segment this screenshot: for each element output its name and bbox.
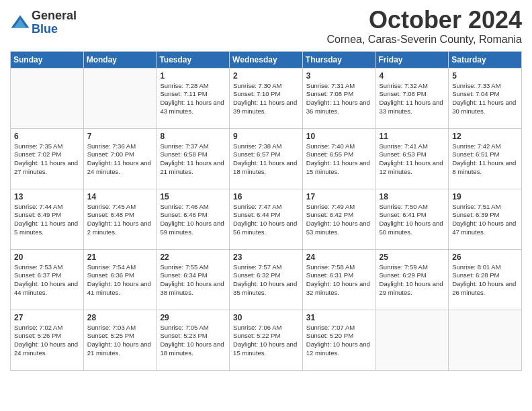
calendar-cell: 17Sunrise: 7:49 AMSunset: 6:42 PMDayligh… xyxy=(302,189,375,249)
calendar-cell xyxy=(449,310,522,370)
calendar-cell: 9Sunrise: 7:38 AMSunset: 6:57 PMDaylight… xyxy=(230,128,303,189)
header: General Blue October 2024 Cornea, Caras-… xyxy=(10,7,522,46)
weekday-wednesday: Wednesday xyxy=(230,51,303,68)
day-info: Sunrise: 7:02 AMSunset: 5:26 PMDaylight:… xyxy=(14,324,80,358)
calendar-cell: 4Sunrise: 7:32 AMSunset: 7:06 PMDaylight… xyxy=(375,68,449,128)
day-number: 20 xyxy=(14,253,80,262)
calendar-cell: 11Sunrise: 7:41 AMSunset: 6:53 PMDayligh… xyxy=(375,128,449,189)
calendar-week-1: 1Sunrise: 7:28 AMSunset: 7:11 PMDaylight… xyxy=(11,68,522,128)
calendar-cell: 21Sunrise: 7:54 AMSunset: 6:36 PMDayligh… xyxy=(83,249,157,310)
day-info: Sunrise: 7:57 AMSunset: 6:32 PMDaylight:… xyxy=(233,263,299,298)
calendar-cell: 12Sunrise: 7:42 AMSunset: 6:51 PMDayligh… xyxy=(449,128,522,189)
day-info: Sunrise: 7:30 AMSunset: 7:10 PMDaylight:… xyxy=(233,82,299,116)
day-info: Sunrise: 7:44 AMSunset: 6:49 PMDaylight:… xyxy=(14,203,80,237)
day-number: 7 xyxy=(87,132,153,141)
calendar-cell: 2Sunrise: 7:30 AMSunset: 7:10 PMDaylight… xyxy=(230,68,303,128)
day-number: 6 xyxy=(14,132,80,141)
day-number: 4 xyxy=(380,71,445,81)
location-title: Cornea, Caras-Severin County, Romania xyxy=(327,34,523,46)
calendar-cell: 29Sunrise: 7:05 AMSunset: 5:23 PMDayligh… xyxy=(157,310,230,370)
calendar-cell: 14Sunrise: 7:45 AMSunset: 6:48 PMDayligh… xyxy=(83,189,157,249)
calendar-week-4: 20Sunrise: 7:53 AMSunset: 6:37 PMDayligh… xyxy=(11,249,522,310)
title-section: October 2024 Cornea, Caras-Severin Count… xyxy=(327,7,523,46)
day-info: Sunrise: 7:03 AMSunset: 5:25 PMDaylight:… xyxy=(87,324,153,358)
calendar-cell: 22Sunrise: 7:55 AMSunset: 6:34 PMDayligh… xyxy=(157,249,230,310)
weekday-tuesday: Tuesday xyxy=(157,51,230,68)
month-title: October 2024 xyxy=(327,7,523,34)
day-number: 17 xyxy=(306,192,372,201)
day-number: 30 xyxy=(233,313,299,322)
day-info: Sunrise: 7:49 AMSunset: 6:42 PMDaylight:… xyxy=(306,203,372,237)
day-info: Sunrise: 7:31 AMSunset: 7:08 PMDaylight:… xyxy=(306,82,372,116)
weekday-saturday: Saturday xyxy=(449,51,522,68)
calendar-cell: 5Sunrise: 7:33 AMSunset: 7:04 PMDaylight… xyxy=(449,68,522,128)
day-info: Sunrise: 7:06 AMSunset: 5:22 PMDaylight:… xyxy=(233,324,299,358)
day-info: Sunrise: 7:42 AMSunset: 6:51 PMDaylight:… xyxy=(452,142,518,177)
logo-blue-text: Blue xyxy=(32,23,77,36)
day-number: 31 xyxy=(306,313,372,322)
day-info: Sunrise: 7:59 AMSunset: 6:29 PMDaylight:… xyxy=(380,263,445,298)
day-info: Sunrise: 7:47 AMSunset: 6:44 PMDaylight:… xyxy=(233,203,299,237)
weekday-friday: Friday xyxy=(375,51,449,68)
day-number: 1 xyxy=(160,71,226,81)
calendar-cell: 10Sunrise: 7:40 AMSunset: 6:55 PMDayligh… xyxy=(302,128,375,189)
day-number: 3 xyxy=(306,71,372,81)
day-number: 15 xyxy=(160,192,226,201)
day-number: 13 xyxy=(14,192,80,201)
calendar-header: SundayMondayTuesdayWednesdayThursdayFrid… xyxy=(11,51,522,68)
day-info: Sunrise: 7:53 AMSunset: 6:37 PMDaylight:… xyxy=(14,263,80,298)
calendar-table: SundayMondayTuesdayWednesdayThursdayFrid… xyxy=(10,51,522,371)
day-info: Sunrise: 7:54 AMSunset: 6:36 PMDaylight:… xyxy=(87,263,153,298)
day-info: Sunrise: 7:28 AMSunset: 7:11 PMDaylight:… xyxy=(160,82,226,116)
calendar-cell: 16Sunrise: 7:47 AMSunset: 6:44 PMDayligh… xyxy=(230,189,303,249)
weekday-monday: Monday xyxy=(83,51,157,68)
calendar-cell: 25Sunrise: 7:59 AMSunset: 6:29 PMDayligh… xyxy=(375,249,449,310)
day-number: 26 xyxy=(452,253,518,262)
calendar-week-2: 6Sunrise: 7:35 AMSunset: 7:02 PMDaylight… xyxy=(11,128,522,189)
day-number: 16 xyxy=(233,192,299,201)
day-number: 14 xyxy=(87,192,153,201)
day-info: Sunrise: 7:45 AMSunset: 6:48 PMDaylight:… xyxy=(87,203,153,237)
day-info: Sunrise: 7:32 AMSunset: 7:06 PMDaylight:… xyxy=(380,82,445,116)
day-number: 8 xyxy=(160,132,226,141)
day-info: Sunrise: 8:01 AMSunset: 6:28 PMDaylight:… xyxy=(452,263,518,298)
calendar-cell: 18Sunrise: 7:50 AMSunset: 6:41 PMDayligh… xyxy=(375,189,449,249)
day-info: Sunrise: 7:38 AMSunset: 6:57 PMDaylight:… xyxy=(233,142,299,177)
day-number: 19 xyxy=(452,192,518,201)
calendar-cell xyxy=(375,310,449,370)
day-info: Sunrise: 7:35 AMSunset: 7:02 PMDaylight:… xyxy=(14,142,80,177)
day-number: 23 xyxy=(233,253,299,262)
calendar-cell: 20Sunrise: 7:53 AMSunset: 6:37 PMDayligh… xyxy=(11,249,84,310)
day-info: Sunrise: 7:36 AMSunset: 7:00 PMDaylight:… xyxy=(87,142,153,177)
calendar-cell: 24Sunrise: 7:58 AMSunset: 6:31 PMDayligh… xyxy=(302,249,375,310)
calendar-week-3: 13Sunrise: 7:44 AMSunset: 6:49 PMDayligh… xyxy=(11,189,522,249)
day-number: 21 xyxy=(87,253,153,262)
calendar-cell xyxy=(83,68,157,128)
day-number: 12 xyxy=(452,132,518,141)
calendar-cell: 31Sunrise: 7:07 AMSunset: 5:20 PMDayligh… xyxy=(302,310,375,370)
calendar-cell: 8Sunrise: 7:37 AMSunset: 6:58 PMDaylight… xyxy=(157,128,230,189)
day-number: 24 xyxy=(306,253,372,262)
calendar-cell: 7Sunrise: 7:36 AMSunset: 7:00 PMDaylight… xyxy=(83,128,157,189)
day-number: 10 xyxy=(306,132,372,141)
calendar-cell: 15Sunrise: 7:46 AMSunset: 6:46 PMDayligh… xyxy=(157,189,230,249)
day-number: 9 xyxy=(233,132,299,141)
day-number: 11 xyxy=(380,132,445,141)
calendar-cell: 3Sunrise: 7:31 AMSunset: 7:08 PMDaylight… xyxy=(302,68,375,128)
day-info: Sunrise: 7:40 AMSunset: 6:55 PMDaylight:… xyxy=(306,142,372,177)
day-info: Sunrise: 7:05 AMSunset: 5:23 PMDaylight:… xyxy=(160,324,226,358)
calendar-cell: 23Sunrise: 7:57 AMSunset: 6:32 PMDayligh… xyxy=(230,249,303,310)
day-info: Sunrise: 7:58 AMSunset: 6:31 PMDaylight:… xyxy=(306,263,372,298)
logo-icon xyxy=(10,13,30,33)
day-number: 18 xyxy=(380,192,445,201)
day-info: Sunrise: 7:55 AMSunset: 6:34 PMDaylight:… xyxy=(160,263,226,298)
day-info: Sunrise: 7:07 AMSunset: 5:20 PMDaylight:… xyxy=(306,324,372,358)
day-info: Sunrise: 7:50 AMSunset: 6:41 PMDaylight:… xyxy=(380,203,445,237)
weekday-thursday: Thursday xyxy=(302,51,375,68)
logo: General Blue xyxy=(10,9,77,36)
weekday-sunday: Sunday xyxy=(11,51,84,68)
day-info: Sunrise: 7:51 AMSunset: 6:39 PMDaylight:… xyxy=(452,203,518,237)
day-number: 29 xyxy=(160,313,226,322)
day-info: Sunrise: 7:33 AMSunset: 7:04 PMDaylight:… xyxy=(452,82,518,116)
day-number: 5 xyxy=(452,71,518,81)
